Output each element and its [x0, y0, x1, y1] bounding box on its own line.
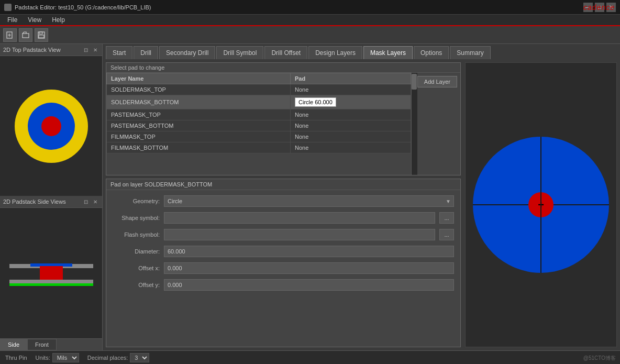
tab-summary[interactable]: Summary — [450, 46, 490, 59]
save-icon — [38, 31, 45, 39]
tab-drill-symbol[interactable]: Drill Symbol — [216, 46, 263, 59]
add-layer-button[interactable]: Add Layer — [417, 76, 457, 87]
title-bar: Padstack Editor: test10_50 (G:/cadence/l… — [0, 0, 620, 15]
main-layout: 2D Top Padstack View ⊡ ✕ 2D Padstack Sid… — [0, 44, 620, 350]
layers-table-wrapper[interactable]: Layer Name Pad SOLDERMASK_TOP None — [106, 73, 411, 153]
units-label: Units: — [36, 355, 50, 361]
table-row[interactable]: PASTEMASK_TOP None — [107, 109, 411, 120]
cadence-logo: cadence — [583, 3, 615, 12]
table-row[interactable]: PASTEMASK_BOTTOM None — [107, 120, 411, 131]
pad-layer-header: Pad on layer SOLDERMASK_BOTTOM — [106, 179, 460, 190]
geometry-select[interactable]: Circle Square Oblong Rectangle Shape Fla… — [164, 195, 454, 207]
pad-layer-body: Geometry: Circle Square Oblong Rectangle… — [106, 190, 460, 296]
side-view-header: 2D Padstack Side Views ⊡ ✕ — [0, 196, 102, 208]
preview-pad-outer — [473, 137, 609, 273]
flash-symbol-input[interactable] — [164, 229, 435, 240]
right-panel: Start Drill Secondary Drill Drill Symbol… — [103, 44, 620, 350]
flash-symbol-browse-button[interactable]: ... — [439, 229, 454, 240]
new-button[interactable] — [3, 28, 17, 42]
shape-symbol-input[interactable] — [164, 212, 435, 224]
left-content: Select pad to change Layer Name Pad — [106, 62, 461, 347]
tab-options[interactable]: Options — [414, 46, 449, 59]
diameter-input[interactable] — [164, 246, 454, 257]
table-row[interactable]: FILMMASK_TOP None — [107, 131, 411, 142]
offset-y-label: Offset y: — [113, 282, 160, 288]
geometry-label: Geometry: — [113, 198, 160, 204]
pin-type-item: Thru Pin — [5, 355, 27, 361]
tab-side[interactable]: Side — [0, 339, 27, 350]
offset-y-input[interactable] — [164, 279, 454, 291]
offset-x-label: Offset x: — [113, 265, 160, 271]
pad-tooltip: Circle 60.000 — [295, 97, 336, 107]
top-view-header: 2D Top Padstack View ⊡ ✕ — [0, 44, 102, 56]
left-panel: 2D Top Padstack View ⊡ ✕ 2D Padstack Sid… — [0, 44, 103, 350]
pad-value-cell: None — [291, 109, 411, 120]
offset-y-row: Offset y: — [113, 279, 454, 291]
tab-drill[interactable]: Drill — [134, 46, 158, 59]
top-view-close-button[interactable]: ✕ — [92, 46, 99, 53]
save-button[interactable] — [35, 28, 48, 42]
side-green-line — [9, 283, 93, 286]
side-view-close-button[interactable]: ✕ — [92, 198, 99, 205]
pad-value-cell: None — [291, 120, 411, 131]
col-layer-name: Layer Name — [107, 73, 291, 84]
top-view-title: 2D Top Padstack View — [3, 47, 61, 53]
side-view-header-icons: ⊡ ✕ — [82, 198, 99, 205]
col-pad: Pad — [291, 73, 411, 84]
layer-name-cell: PASTEMASK_BOTTOM — [107, 120, 291, 131]
content-area: Select pad to change Layer Name Pad — [103, 59, 620, 350]
top-view-panel: 2D Top Padstack View ⊡ ✕ — [0, 44, 102, 196]
offset-x-row: Offset x: — [113, 262, 454, 274]
diameter-label: Diameter: — [113, 248, 160, 255]
new-icon — [6, 31, 14, 39]
main-tabs: Start Drill Secondary Drill Drill Symbol… — [103, 44, 620, 59]
decimal-label: Decimal places: — [87, 355, 128, 361]
tab-secondary-drill[interactable]: Secondary Drill — [159, 46, 215, 59]
diameter-row: Diameter: — [113, 246, 454, 257]
flash-symbol-row: Flash symbol: ... — [113, 229, 454, 240]
pad-layer-section: Pad on layer SOLDERMASK_BOTTOM Geometry:… — [106, 179, 461, 347]
pad-outer-ring — [15, 90, 88, 163]
pad-mid-ring — [28, 103, 75, 150]
top-view-header-icons: ⊡ ✕ — [82, 46, 99, 53]
menu-file[interactable]: File — [2, 15, 23, 25]
watermark: @51CTO博客 — [583, 355, 616, 362]
table-row[interactable]: SOLDERMASK_TOP None — [107, 84, 411, 95]
geometry-row: Geometry: Circle Square Oblong Rectangle… — [113, 195, 454, 207]
right-preview — [465, 62, 617, 347]
pad-value-cell: None — [291, 142, 411, 153]
tab-mask-layers[interactable]: Mask Layers — [363, 46, 413, 59]
toolbar — [0, 26, 620, 44]
side-view-title: 2D Padstack Side Views — [3, 198, 66, 205]
side-view-undock-button[interactable]: ⊡ — [82, 198, 90, 205]
tab-drill-offset[interactable]: Drill Offset — [264, 46, 307, 59]
table-row[interactable]: FILMMASK_BOTTOM None — [107, 142, 411, 153]
select-pad-header: Select pad to change — [106, 63, 460, 73]
pin-type-value: Thru Pin — [5, 355, 27, 361]
units-select[interactable]: Mils mm Inch — [52, 353, 79, 362]
title-bar-left: Padstack Editor: test10_50 (G:/cadence/l… — [4, 4, 151, 11]
decimal-select[interactable]: 3 2 4 5 — [130, 353, 149, 362]
layer-name-cell: FILMMASK_BOTTOM — [107, 142, 291, 153]
open-button[interactable] — [19, 28, 32, 42]
open-icon — [22, 31, 29, 39]
layers-table: Layer Name Pad SOLDERMASK_TOP None — [106, 73, 411, 153]
menu-help[interactable]: Help — [47, 15, 70, 25]
layer-name-cell: FILMMASK_TOP — [107, 131, 291, 142]
view-tabs: Side Front — [0, 338, 102, 350]
table-row[interactable]: SOLDERMASK_BOTTOM Circle 60.000 — [107, 95, 411, 109]
top-view-undock-button[interactable]: ⊡ — [82, 46, 90, 53]
tab-design-layers[interactable]: Design Layers — [308, 46, 362, 59]
shape-symbol-browse-button[interactable]: ... — [439, 212, 454, 224]
select-pad-section: Select pad to change Layer Name Pad — [106, 62, 461, 175]
layer-name-cell: SOLDERMASK_BOTTOM — [107, 95, 291, 109]
offset-x-input[interactable] — [164, 262, 454, 274]
preview-pad-inner — [528, 192, 553, 217]
tab-front[interactable]: Front — [27, 339, 57, 350]
menu-view[interactable]: View — [23, 15, 47, 25]
table-scrollbar[interactable] — [411, 73, 417, 175]
app-icon — [4, 4, 12, 11]
select-pad-content: Layer Name Pad SOLDERMASK_TOP None — [106, 73, 460, 175]
tab-start[interactable]: Start — [106, 46, 132, 59]
layer-name-cell: SOLDERMASK_TOP — [107, 84, 291, 95]
